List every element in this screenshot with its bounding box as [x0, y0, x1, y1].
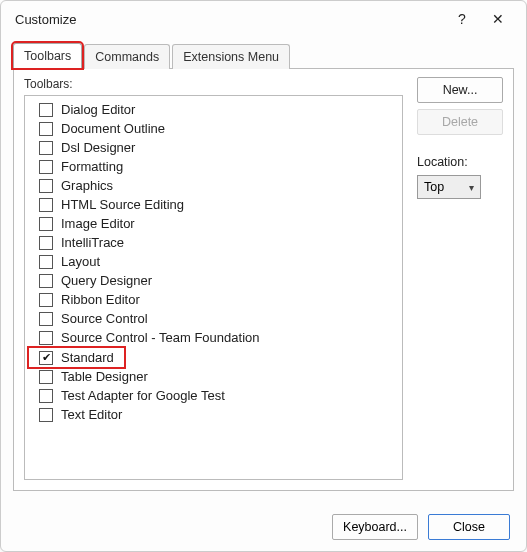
list-item-label: Standard [61, 350, 114, 365]
close-icon: ✕ [492, 11, 504, 27]
toolbars-listbox: Dialog EditorDocument OutlineDsl Designe… [24, 95, 403, 480]
checkbox[interactable] [39, 198, 53, 212]
location-select[interactable]: Top ▾ [417, 175, 481, 199]
list-item-label: HTML Source Editing [61, 197, 184, 212]
checkbox[interactable] [39, 312, 53, 326]
list-item-label: Query Designer [61, 273, 152, 288]
customize-dialog: Customize ? ✕ Toolbars Commands Extensio… [0, 0, 527, 552]
keyboard-button[interactable]: Keyboard... [332, 514, 418, 540]
toolbars-panel: Toolbars: Dialog EditorDocument OutlineD… [13, 68, 514, 491]
checkbox[interactable] [39, 274, 53, 288]
list-item[interactable]: Text Editor [29, 405, 398, 424]
list-item-label: IntelliTrace [61, 235, 124, 250]
list-item-label: Dialog Editor [61, 102, 135, 117]
new-button[interactable]: New... [417, 77, 503, 103]
dialog-footer: Keyboard... Close [1, 503, 526, 551]
list-item-label: Dsl Designer [61, 140, 135, 155]
checkbox[interactable] [39, 122, 53, 136]
list-item-label: Document Outline [61, 121, 165, 136]
checkbox[interactable] [39, 293, 53, 307]
list-item[interactable]: Dsl Designer [29, 138, 398, 157]
tab-commands[interactable]: Commands [84, 44, 170, 69]
checkbox[interactable] [39, 389, 53, 403]
list-item-label: Image Editor [61, 216, 135, 231]
list-item[interactable]: Standard [29, 348, 120, 367]
checkbox[interactable] [39, 141, 53, 155]
checkbox[interactable] [39, 236, 53, 250]
list-item[interactable]: Test Adapter for Google Test [29, 386, 398, 405]
list-item-label: Formatting [61, 159, 123, 174]
checkbox[interactable] [39, 370, 53, 384]
list-item[interactable]: Table Designer [29, 367, 398, 386]
list-item[interactable]: Layout [29, 252, 398, 271]
dialog-content: Toolbars Commands Extensions Menu Toolba… [1, 37, 526, 503]
toolbars-right-column: New... Delete Location: Top ▾ [417, 77, 503, 480]
close-window-button[interactable]: ✕ [480, 5, 516, 33]
toolbars-left-column: Toolbars: Dialog EditorDocument OutlineD… [24, 77, 403, 480]
location-value: Top [424, 180, 444, 194]
list-item[interactable]: Graphics [29, 176, 398, 195]
close-button[interactable]: Close [428, 514, 510, 540]
list-item[interactable]: Dialog Editor [29, 100, 398, 119]
checkbox[interactable] [39, 255, 53, 269]
list-item-label: Source Control [61, 311, 148, 326]
list-item[interactable]: Ribbon Editor [29, 290, 398, 309]
delete-button: Delete [417, 109, 503, 135]
list-item[interactable]: Document Outline [29, 119, 398, 138]
list-item-label: Text Editor [61, 407, 122, 422]
list-item-label: Ribbon Editor [61, 292, 140, 307]
checkbox[interactable] [39, 160, 53, 174]
location-label: Location: [417, 155, 503, 169]
checkbox[interactable] [39, 179, 53, 193]
list-item[interactable]: Source Control - Team Foundation [29, 328, 398, 347]
tab-row: Toolbars Commands Extensions Menu [13, 43, 514, 68]
toolbars-list-items[interactable]: Dialog EditorDocument OutlineDsl Designe… [25, 96, 402, 479]
list-item[interactable]: HTML Source Editing [29, 195, 398, 214]
list-item-label: Source Control - Team Foundation [61, 330, 259, 345]
checkbox[interactable] [39, 103, 53, 117]
list-item[interactable]: Query Designer [29, 271, 398, 290]
titlebar: Customize ? ✕ [1, 1, 526, 37]
list-item-label: Layout [61, 254, 100, 269]
list-item[interactable]: IntelliTrace [29, 233, 398, 252]
checkbox[interactable] [39, 351, 53, 365]
window-title: Customize [15, 12, 444, 27]
list-item-label: Test Adapter for Google Test [61, 388, 225, 403]
toolbars-list-label: Toolbars: [24, 77, 403, 91]
list-item[interactable]: Image Editor [29, 214, 398, 233]
list-item-label: Graphics [61, 178, 113, 193]
list-item[interactable]: Formatting [29, 157, 398, 176]
help-icon: ? [458, 11, 466, 27]
tab-toolbars[interactable]: Toolbars [13, 43, 82, 68]
list-item-label: Table Designer [61, 369, 148, 384]
checkbox[interactable] [39, 217, 53, 231]
chevron-down-icon: ▾ [469, 182, 474, 193]
list-item[interactable]: Source Control [29, 309, 398, 328]
tab-extensions-menu[interactable]: Extensions Menu [172, 44, 290, 69]
checkbox[interactable] [39, 331, 53, 345]
checkbox[interactable] [39, 408, 53, 422]
help-button[interactable]: ? [444, 5, 480, 33]
highlight-annotation: Standard [29, 348, 124, 367]
